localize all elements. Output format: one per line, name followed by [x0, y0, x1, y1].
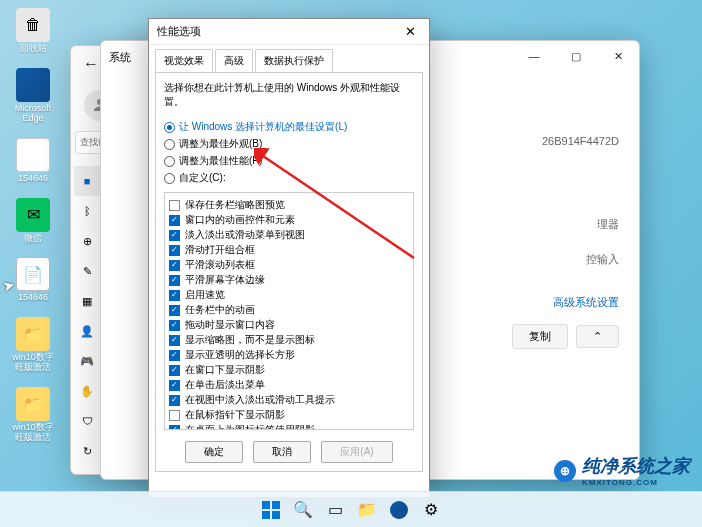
check-option-0[interactable]: 保存任务栏缩略图预览 — [169, 198, 409, 212]
check-option-1[interactable]: ✓窗口内的动画控件和元素 — [169, 213, 409, 227]
cancel-button[interactable]: 取消 — [253, 441, 311, 463]
radio-option-1[interactable]: 调整为最佳外观(B) — [164, 137, 414, 151]
checkbox-icon: ✓ — [169, 275, 180, 286]
folder-icon: 📁 — [16, 317, 50, 351]
perf-tabs: 视觉效果 高级 数据执行保护 — [149, 45, 429, 72]
tab-advanced[interactable]: 高级 — [215, 49, 253, 72]
check-option-13[interactable]: ✓在视图中淡入淡出或滑动工具提示 — [169, 393, 409, 407]
radio-label: 调整为最佳外观(B) — [179, 137, 262, 151]
ok-button[interactable]: 确定 — [185, 441, 243, 463]
tab-dep[interactable]: 数据执行保护 — [255, 49, 333, 72]
radio-label: 让 Windows 选择计算机的最佳设置(L) — [179, 120, 347, 134]
desktop-icon-label: win10数字旺版激活 — [8, 423, 58, 443]
expand-button[interactable]: ⌃ — [576, 325, 619, 348]
apps-icon: ▦ — [80, 294, 94, 308]
checkbox-icon: ✓ — [169, 320, 180, 331]
desktop-icon-file[interactable]: 154646 — [8, 138, 58, 184]
checkbox-icon: ✓ — [169, 215, 180, 226]
check-option-3[interactable]: ✓滑动打开组合框 — [169, 243, 409, 257]
radio-icon — [164, 156, 175, 167]
desktop-icon-folder1[interactable]: 📁win10数字旺版激活 — [8, 317, 58, 373]
check-option-9[interactable]: ✓显示缩略图，而不是显示图标 — [169, 333, 409, 347]
checkbox-icon: ✓ — [169, 425, 180, 431]
radio-option-0[interactable]: 让 Windows 选择计算机的最佳设置(L) — [164, 120, 414, 134]
desktop-icon-wechat[interactable]: ✉微信 — [8, 198, 58, 244]
check-option-2[interactable]: ✓淡入淡出或滑动菜单到视图 — [169, 228, 409, 242]
advanced-settings-link[interactable]: 高级系统设置 — [553, 295, 619, 310]
perf-titlebar: 性能选项 ✕ — [149, 19, 429, 45]
folder-icon: 📁 — [16, 387, 50, 421]
tab-visual-effects[interactable]: 视觉效果 — [155, 49, 213, 72]
check-option-8[interactable]: ✓拖动时显示窗口内容 — [169, 318, 409, 332]
check-label: 启用速览 — [185, 288, 225, 302]
desktop-icon-label: 154646 — [18, 293, 48, 303]
close-button[interactable]: ✕ — [399, 21, 421, 43]
desktop-icon-label: Microsoft Edge — [8, 104, 58, 124]
edge-taskbar-icon[interactable] — [386, 497, 412, 523]
check-label: 显示缩略图，而不是显示图标 — [185, 333, 315, 347]
svg-rect-2 — [262, 501, 270, 509]
radio-option-2[interactable]: 调整为最佳性能(P) — [164, 154, 414, 168]
checkbox-icon: ✓ — [169, 245, 180, 256]
search-icon[interactable]: 🔍 — [290, 497, 316, 523]
taskview-icon[interactable]: ▭ — [322, 497, 348, 523]
checkbox-icon: ✓ — [169, 380, 180, 391]
check-option-10[interactable]: ✓显示亚透明的选择长方形 — [169, 348, 409, 362]
desktop-icon-label: win10数字旺版激活 — [8, 353, 58, 373]
explorer-icon[interactable]: 📁 — [354, 497, 380, 523]
check-label: 在鼠标指针下显示阴影 — [185, 408, 285, 422]
back-button[interactable]: ← — [83, 55, 99, 73]
desktop-icon-recycle-bin[interactable]: 🗑回收站 — [8, 8, 58, 54]
close-button[interactable]: ✕ — [597, 41, 639, 71]
check-option-7[interactable]: ✓任务栏中的动画 — [169, 303, 409, 317]
desktop-icon-txt[interactable]: 📄154646 — [8, 257, 58, 303]
check-option-6[interactable]: ✓启用速览 — [169, 288, 409, 302]
desktop-icon-label: 154646 — [18, 174, 48, 184]
check-option-11[interactable]: ✓在窗口下显示阴影 — [169, 363, 409, 377]
check-option-4[interactable]: ✓平滑滚动列表框 — [169, 258, 409, 272]
perf-buttons: 确定 取消 应用(A) — [164, 435, 414, 463]
minimize-button[interactable]: — — [513, 41, 555, 71]
copy-button[interactable]: 复制 — [512, 324, 568, 349]
checkbox-icon: ✓ — [169, 335, 180, 346]
check-option-5[interactable]: ✓平滑屏幕字体边缘 — [169, 273, 409, 287]
desktop-icon-label: 回收站 — [20, 44, 47, 54]
accounts-icon: 👤 — [80, 324, 94, 338]
effects-checklist[interactable]: 保存任务栏缩略图预览✓窗口内的动画控件和元素✓淡入淡出或滑动菜单到视图✓滑动打开… — [164, 192, 414, 430]
check-label: 窗口内的动画控件和元素 — [185, 213, 295, 227]
performance-options-dialog: 性能选项 ✕ 视觉效果 高级 数据执行保护 选择你想在此计算机上使用的 Wind… — [148, 18, 430, 498]
desktop-icons: 🗑回收站 Microsoft Edge 154646 ✉微信 📄154646 📁… — [8, 8, 58, 443]
desktop-icon-folder2[interactable]: 📁win10数字旺版激活 — [8, 387, 58, 443]
maximize-button[interactable]: ▢ — [555, 41, 597, 71]
radio-label: 自定义(C): — [179, 171, 226, 185]
checkbox-icon: ✓ — [169, 260, 180, 271]
check-label: 保存任务栏缩略图预览 — [185, 198, 285, 212]
recycle-bin-icon: 🗑 — [16, 8, 50, 42]
watermark-text: 纯净系统之家 — [582, 454, 690, 478]
settings-taskbar-icon[interactable]: ⚙ — [418, 497, 444, 523]
check-label: 滑动打开组合框 — [185, 243, 255, 257]
checkbox-icon: ✓ — [169, 230, 180, 241]
file-icon — [16, 138, 50, 172]
checkbox-icon — [169, 200, 180, 211]
radio-icon — [164, 122, 175, 133]
perf-description: 选择你想在此计算机上使用的 Windows 外观和性能设置。 — [164, 81, 414, 109]
check-label: 在窗口下显示阴影 — [185, 363, 265, 377]
check-label: 平滑屏幕字体边缘 — [185, 273, 265, 287]
start-button[interactable] — [258, 497, 284, 523]
checkbox-icon — [169, 410, 180, 421]
apply-button[interactable]: 应用(A) — [321, 441, 392, 463]
perf-content: 选择你想在此计算机上使用的 Windows 外观和性能设置。 让 Windows… — [155, 72, 423, 472]
update-icon: ↻ — [80, 444, 94, 458]
check-option-12[interactable]: ✓在单击后淡出菜单 — [169, 378, 409, 392]
privacy-icon: 🛡 — [80, 414, 94, 428]
checkbox-icon: ✓ — [169, 305, 180, 316]
check-option-14[interactable]: 在鼠标指针下显示阴影 — [169, 408, 409, 422]
check-option-15[interactable]: ✓在桌面上为图标标签使用阴影 — [169, 423, 409, 430]
check-label: 拖动时显示窗口内容 — [185, 318, 275, 332]
desktop-icon-edge[interactable]: Microsoft Edge — [8, 68, 58, 124]
radio-option-3[interactable]: 自定义(C): — [164, 171, 414, 185]
checkbox-icon: ✓ — [169, 290, 180, 301]
adv-heading: 系统 — [109, 50, 131, 65]
radio-icon — [164, 173, 175, 184]
